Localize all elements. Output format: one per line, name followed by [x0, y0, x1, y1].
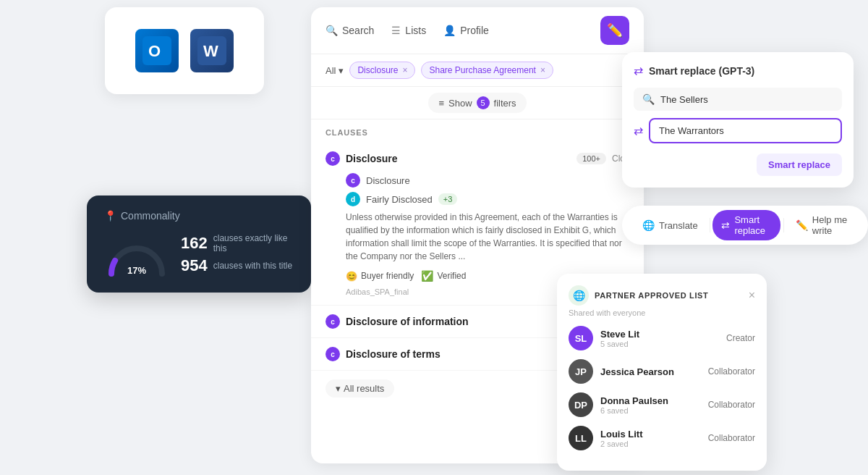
all-filter-button[interactable]: All ▾: [326, 65, 344, 76]
avatar-jessica: JP: [569, 359, 593, 384]
filter-tag-spa[interactable]: Share Purchase Agreement ×: [421, 62, 553, 79]
all-results-button[interactable]: ▾ All results: [326, 379, 394, 398]
filter-disclosure-label: Disclosure: [357, 65, 398, 75]
outlook-icon: O: [135, 29, 179, 72]
lists-icon: ☰: [391, 25, 401, 36]
filter-spa-label: Share Purchase Agreement: [429, 65, 535, 75]
translate-label: Translate: [659, 220, 698, 231]
clause-c-dot: c: [326, 151, 340, 166]
filter-lines-icon: ≡: [438, 98, 444, 109]
help-me-write-button[interactable]: ✏️ Help me write: [787, 210, 856, 240]
shared-text: Shared with everyone: [569, 308, 755, 317]
search-row-icon: 🔍: [642, 93, 655, 105]
translate-icon: 🌐: [642, 219, 655, 231]
profile-label: Profile: [460, 25, 489, 36]
partner-list-panel: 🌐 PARTNER APPROVED LIST × Shared with ev…: [557, 274, 767, 471]
partner-role-donna: Collaborator: [708, 400, 755, 410]
sub-clause-fairly-label: Fairly Disclosed: [366, 194, 433, 205]
replace-input-field[interactable]: [649, 118, 842, 143]
verified-label: Verified: [437, 271, 466, 281]
chevron-down-icon: ▾: [339, 65, 344, 76]
smart-replace-toolbar-icon: ⇄: [721, 219, 730, 231]
smart-replace-submit-button[interactable]: Smart replace: [757, 154, 842, 176]
smart-replace-search-row: 🔍 The Sellers: [634, 88, 842, 111]
partner-name-steve: Steve Lit: [600, 329, 719, 340]
buyer-friendly-label: Buyer friendly: [361, 271, 414, 281]
lists-label: Lists: [405, 25, 426, 36]
title-stat-row: 954 clauses with this title: [181, 256, 294, 275]
commonality-title: Commonality: [121, 210, 180, 222]
filter-spa-close[interactable]: ×: [540, 65, 545, 75]
search-value: The Sellers: [660, 94, 708, 105]
partner-row-steve: SL Steve Lit 5 saved Creator: [569, 326, 755, 350]
sub-clause-c-dot: c: [346, 173, 360, 188]
partner-row-jessica: JP Jessica Pearson Collaborator: [569, 359, 755, 384]
search-icon: 🔍: [326, 25, 338, 36]
bottom-toolbar: 🌐 Translate ⇄ Smart replace ✏️ Help me w…: [622, 206, 868, 245]
sub-clause-d-dot: d: [346, 192, 360, 206]
commonality-body: 17% 162 clauses exactly like this 954 cl…: [104, 233, 294, 278]
partner-info-louis: Louis Litt 2 saved: [600, 429, 701, 448]
partner-info-steve: Steve Lit 5 saved: [600, 329, 719, 348]
translate-button[interactable]: 🌐 Translate: [634, 215, 707, 235]
partner-globe-icon: 🌐: [569, 285, 589, 306]
filter-count-badge: 5: [477, 96, 490, 109]
sub-clause-title: Disclosure: [366, 175, 410, 186]
help-write-icon: ✏️: [796, 219, 808, 231]
clause-disclosure-text: Unless otherwise provided in this Agreem…: [346, 211, 629, 263]
sub-clause-header: c Disclosure: [346, 173, 629, 188]
avatar-steve: SL: [569, 326, 593, 350]
chevron-down-all-icon: ▾: [336, 383, 341, 394]
partner-saved-donna: 6 saved: [600, 406, 701, 415]
partner-info-jessica: Jessica Pearson: [600, 366, 701, 377]
clauses-section-label: CLAUSES: [311, 119, 644, 143]
smart-replace-icon: ⇄: [634, 64, 643, 77]
replace-arrows-icon: ⇄: [634, 124, 643, 138]
replace-input-row: ⇄: [634, 118, 842, 143]
lists-toolbar-item[interactable]: ☰ Lists: [391, 25, 426, 36]
avatar-donna: DP: [569, 392, 593, 417]
partner-name-donna: Donna Paulsen: [600, 395, 701, 406]
buyer-friendly-tag: 😊 Buyer friendly: [346, 271, 414, 282]
toolbar-divider-1: [710, 218, 710, 232]
commonality-header: 📍 Commonality: [104, 210, 294, 222]
partner-role-louis: Collaborator: [708, 433, 755, 443]
exact-count: 162: [181, 234, 208, 253]
partner-saved-steve: 5 saved: [600, 340, 719, 348]
main-toolbar: 🔍 Search ☰ Lists 👤 Profile ✏️: [311, 7, 644, 54]
clause-disclosure-header: c Disclosure 100+ Clos: [326, 151, 629, 166]
all-label: All: [326, 65, 336, 76]
partner-close-button[interactable]: ×: [749, 289, 755, 302]
smart-replace-header: ⇄ Smart replace (GPT-3): [634, 64, 842, 77]
all-results-label: All results: [344, 383, 384, 394]
buyer-friendly-icon: 😊: [346, 271, 357, 282]
help-me-write-label: Help me write: [812, 214, 848, 236]
profile-toolbar-item[interactable]: 👤 Profile: [443, 25, 489, 36]
clause-c-dot-2: c: [326, 314, 340, 329]
partner-role-steve: Creator: [726, 333, 755, 343]
smart-replace-toolbar-label: Smart replace: [734, 214, 772, 236]
show-label: Show: [448, 98, 472, 109]
filter-row: All ▾ Disclosure × Share Purchase Agreem…: [311, 54, 644, 87]
show-filters-button[interactable]: ≡ Show 5 filters: [428, 93, 526, 113]
show-filters-row: ≡ Show 5 filters: [311, 87, 644, 119]
svg-text:O: O: [148, 42, 161, 60]
partner-row-donna: DP Donna Paulsen 6 saved Collaborator: [569, 392, 755, 417]
sub-clause-d-header: d Fairly Disclosed +3: [346, 192, 629, 206]
partner-role-jessica: Collaborator: [708, 366, 755, 377]
filter-disclosure-close[interactable]: ×: [402, 65, 407, 75]
smart-replace-title: Smart replace (GPT-3): [649, 65, 754, 77]
commonality-pin-icon: 📍: [104, 210, 116, 222]
partner-name-louis: Louis Litt: [600, 429, 701, 440]
filter-tag-disclosure[interactable]: Disclosure ×: [349, 62, 415, 79]
clause-disclosure-badge: 100+: [576, 153, 606, 164]
word-icon: W: [190, 29, 234, 72]
more-badge: +3: [438, 193, 458, 205]
svg-text:W: W: [203, 42, 218, 60]
commonality-stats: 162 clauses exactly like this 954 clause…: [181, 233, 294, 278]
partner-list-title: PARTNER APPROVED LIST: [595, 291, 743, 300]
search-toolbar-item[interactable]: 🔍 Search: [326, 25, 374, 36]
smart-replace-toolbar-button[interactable]: ⇄ Smart replace: [712, 210, 780, 240]
edit-button[interactable]: ✏️: [600, 16, 629, 45]
title-label: clauses with this title: [213, 261, 292, 271]
